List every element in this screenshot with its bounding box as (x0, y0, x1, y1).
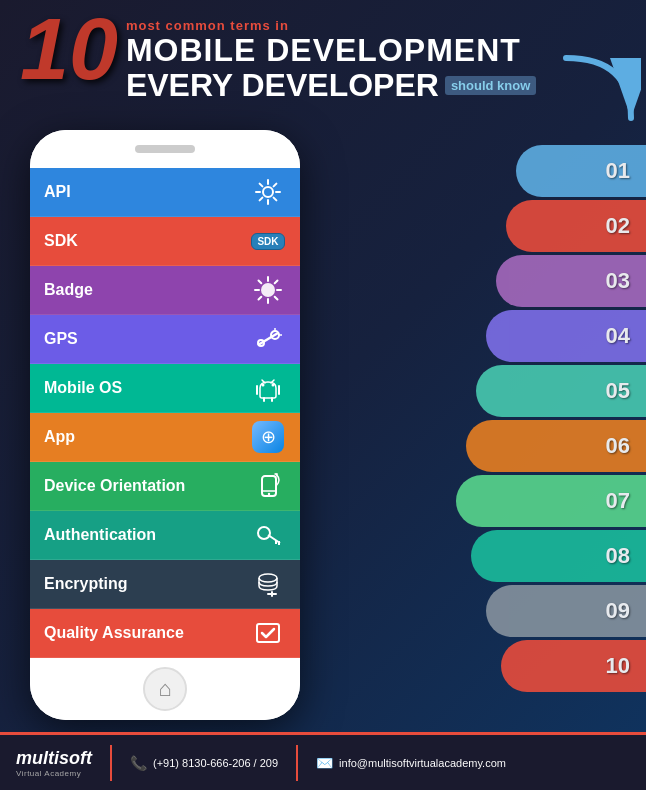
footer-email: ✉️ info@multisoftvirtualacademy.com (316, 755, 506, 771)
logo-name: multisoft (16, 748, 92, 769)
ribbon-num-7: 07 (606, 488, 630, 514)
phone-bottom: ⌂ (30, 658, 300, 720)
term-icon-5 (250, 370, 286, 406)
ribbon-num-3: 03 (606, 268, 630, 294)
term-label-4: GPS (44, 330, 78, 348)
term-icon-4 (250, 321, 286, 357)
subtitle: most common terms in (126, 18, 536, 33)
home-button: ⌂ (143, 667, 187, 711)
ribbon-num-10: 10 (606, 653, 630, 679)
ribbon-num-1: 01 (606, 158, 630, 184)
phone-icon: 📞 (130, 755, 147, 771)
term-label-1: API (44, 183, 71, 201)
term-row-4: GPS (30, 315, 300, 364)
term-row-6: App⊕ (30, 413, 300, 462)
term-icon-3 (250, 272, 286, 308)
footer: multisoft Virtual Academy 📞 (+91) 8130-6… (0, 732, 646, 790)
term-label-8: Authentication (44, 526, 156, 544)
term-label-10: Quality Assurance (44, 624, 184, 642)
title-text: most common terms in MOBILE DEVELOPMENT … (126, 18, 536, 103)
should-know-badge: should know (445, 76, 536, 95)
ribbon-num-8: 08 (606, 543, 630, 569)
phone-screen: API SDKSDKBadge GPS Mobile OS App⊕Device… (30, 168, 300, 658)
term-label-2: SDK (44, 232, 78, 250)
ribbons-container: 01020304050607080910 (446, 145, 646, 725)
term-row-3: Badge (30, 266, 300, 315)
term-label-9: Encrypting (44, 575, 128, 593)
svg-point-19 (258, 527, 270, 539)
ribbon-5: 05 (476, 365, 646, 417)
ribbon-10: 10 (501, 640, 646, 692)
ribbon-num-5: 05 (606, 378, 630, 404)
ribbon-9: 09 (486, 585, 646, 637)
term-icon-7 (250, 468, 286, 504)
term-row-9: Encrypting (30, 560, 300, 609)
header: 10 most common terms in MOBILE DEVELOPME… (20, 10, 626, 103)
email-address: info@multisoftvirtualacademy.com (339, 757, 506, 769)
svg-point-18 (268, 493, 270, 495)
term-row-2: SDKSDK (30, 217, 300, 266)
footer-divider-2 (296, 745, 298, 781)
ribbon-6: 06 (466, 420, 646, 472)
phone: API SDKSDKBadge GPS Mobile OS App⊕Device… (30, 130, 300, 720)
term-icon-9 (250, 566, 286, 602)
term-icon-1 (250, 174, 286, 210)
headline-line2: EVERY DEVELOPER (126, 68, 439, 103)
footer-divider (110, 745, 112, 781)
svg-point-1 (263, 187, 273, 197)
svg-point-2 (261, 283, 275, 297)
term-icon-6: ⊕ (250, 419, 286, 455)
term-label-5: Mobile OS (44, 379, 122, 397)
title-number: 10 (20, 5, 118, 93)
term-label-6: App (44, 428, 75, 446)
footer-phone: 📞 (+91) 8130-666-206 / 209 (130, 755, 278, 771)
term-label-7: Device Orientation (44, 477, 185, 495)
term-row-8: Authentication (30, 511, 300, 560)
headline-line1: MOBILE DEVELOPMENT (126, 33, 536, 68)
phone-number: (+91) 8130-666-206 / 209 (153, 757, 278, 769)
ribbon-1: 01 (516, 145, 646, 197)
svg-rect-24 (257, 624, 279, 642)
ribbon-num-2: 02 (606, 213, 630, 239)
ribbon-num-9: 09 (606, 598, 630, 624)
term-icon-10 (250, 615, 286, 651)
term-row-1: API (30, 168, 300, 217)
term-label-3: Badge (44, 281, 93, 299)
term-row-5: Mobile OS (30, 364, 300, 413)
ribbon-3: 03 (496, 255, 646, 307)
term-icon-2: SDK (250, 223, 286, 259)
logo-tagline: Virtual Academy (16, 769, 81, 778)
ribbon-2: 02 (506, 200, 646, 252)
svg-point-23 (259, 574, 277, 582)
ribbon-4: 04 (486, 310, 646, 362)
term-icon-8 (250, 517, 286, 553)
phone-top (30, 130, 300, 168)
email-icon: ✉️ (316, 755, 333, 771)
phone-speaker (135, 145, 195, 153)
term-row-10: Quality Assurance (30, 609, 300, 658)
logo: multisoft Virtual Academy (16, 748, 92, 778)
term-row-7: Device Orientation (30, 462, 300, 511)
ribbon-7: 07 (456, 475, 646, 527)
ribbon-8: 08 (471, 530, 646, 582)
curved-arrow-icon (556, 48, 641, 132)
ribbon-num-6: 06 (606, 433, 630, 459)
ribbon-num-4: 04 (606, 323, 630, 349)
